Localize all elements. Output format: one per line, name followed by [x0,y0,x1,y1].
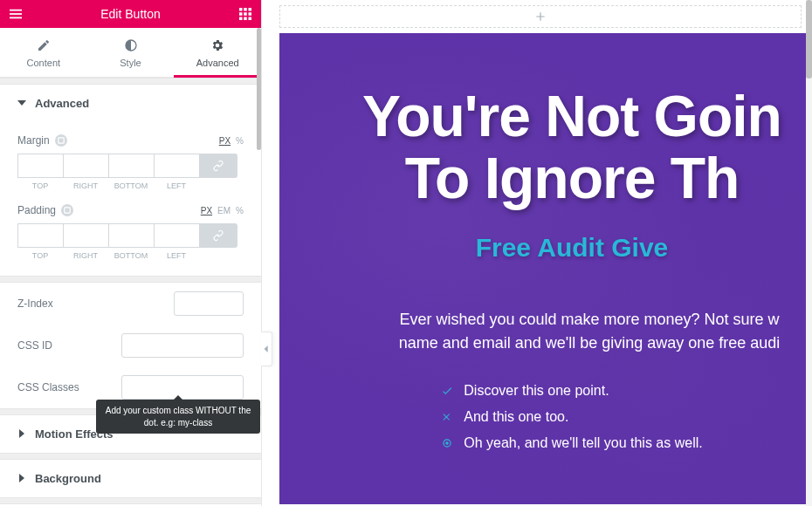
css-classes-label: CSS Classes [17,381,79,393]
link-icon [212,160,224,172]
tab-content[interactable]: Content [0,28,87,77]
scrollbar-thumb[interactable] [257,28,261,150]
padding-bottom-input[interactable] [108,223,154,248]
caret-right-icon [17,472,26,485]
unit-percent[interactable]: % [236,206,244,215]
unit-em[interactable]: EM [217,206,231,215]
tab-label: Content [27,58,61,68]
panel-scrollbar[interactable] [257,28,261,506]
svg-rect-4 [244,8,247,11]
padding-right-input[interactable] [63,223,108,248]
svg-rect-9 [239,17,243,21]
hero-paragraph: Ever wished you could make more money? N… [332,308,812,355]
margin-inputs [17,154,244,178]
svg-rect-12 [58,138,63,143]
padding-left-input[interactable] [154,223,199,248]
section-advanced-body: Margin PX % TOP [0,122,261,276]
css-id-input[interactable] [121,333,244,358]
divider [0,276,261,283]
svg-rect-6 [239,12,243,16]
margin-label: Margin [17,134,50,147]
svg-rect-2 [10,17,22,19]
pencil-icon [37,38,51,52]
responsive-icon[interactable] [55,134,67,147]
hero-subtitle: Free Audit Give [332,233,812,263]
divider [0,497,261,504]
tab-label: Advanced [196,58,239,68]
editor-panel: Edit Button Content Style Advanced Advan… [0,0,262,506]
margin-control: Margin PX % [17,134,244,147]
times-icon [441,411,453,423]
caret-right-icon [17,427,26,441]
svg-rect-5 [249,8,252,11]
section-title: Background [35,472,101,485]
list-item: And this one too. [441,404,702,430]
gear-icon [210,38,224,52]
padding-label: Padding [17,204,56,216]
collapse-panel-handle[interactable] [261,332,272,366]
panel-title: Edit Button [23,7,238,21]
hero-list: Discover this one point. And this one to… [441,378,702,456]
check-icon [441,385,453,397]
section-advanced-toggle[interactable]: Advanced [0,85,261,122]
margin-bottom-input[interactable] [108,154,154,178]
menu-icon[interactable] [9,7,23,21]
hero-section[interactable]: You're Not Goin To Ignore Th Free Audit … [279,33,812,504]
panel-header: Edit Button [0,0,261,28]
divider [0,78,261,85]
margin-top-input[interactable] [17,154,63,178]
margin-right-input[interactable] [63,154,108,178]
add-section-button[interactable] [279,5,802,28]
padding-inputs [17,223,244,248]
unit-px[interactable]: PX [219,136,231,146]
margin-dim-labels: TOP RIGHT BOTTOM LEFT [17,181,244,190]
tab-style[interactable]: Style [87,28,175,77]
apps-icon[interactable] [238,7,252,21]
svg-rect-1 [10,13,22,15]
list-item: Discover this one point. [441,378,702,404]
zindex-label: Z-Index [17,297,53,310]
chevron-left-icon [263,345,270,352]
css-classes-tooltip: Add your custom class WITHOUT the dot. e… [96,400,260,434]
svg-rect-8 [249,12,252,16]
unit-percent[interactable]: % [236,136,244,146]
caret-down-icon [17,97,26,110]
bullseye-icon [441,437,453,449]
scrollbar-thumb[interactable] [806,0,812,79]
section-background-toggle[interactable]: Background [0,460,261,497]
preview-area: You're Not Goin To Ignore Th Free Audit … [262,0,812,506]
hero-title: You're Not Goin To Ignore Th [332,85,812,210]
padding-control: Padding PX EM % [17,204,244,216]
link-values-button[interactable] [199,154,237,178]
link-icon [212,229,224,242]
svg-rect-7 [244,12,247,16]
panel-body: Advanced Margin PX % [0,85,261,506]
svg-rect-11 [249,17,252,21]
zindex-row: Z-Index [0,283,261,325]
section-title: Advanced [35,97,89,110]
svg-rect-3 [239,8,243,11]
divider [0,453,261,460]
unit-px[interactable]: PX [201,206,212,215]
svg-rect-10 [244,17,247,21]
panel-tabs: Content Style Advanced [0,28,261,78]
list-item: Oh yeah, and we'll tell you this as well… [441,430,702,456]
css-classes-input[interactable] [121,375,244,400]
padding-top-input[interactable] [17,223,63,248]
zindex-input[interactable] [174,291,244,316]
svg-rect-0 [10,10,22,11]
svg-rect-13 [65,208,70,213]
css-id-label: CSS ID [17,339,52,352]
responsive-icon[interactable] [61,204,73,216]
padding-dim-labels: TOP RIGHT BOTTOM LEFT [17,251,244,260]
css-id-row: CSS ID [0,325,261,366]
margin-left-input[interactable] [154,154,199,178]
tab-advanced[interactable]: Advanced [174,28,261,77]
link-values-button[interactable] [199,223,237,248]
preview-scrollbar[interactable] [806,0,812,506]
svg-point-15 [446,441,448,443]
plus-icon [534,10,547,23]
contrast-icon [124,38,138,52]
tab-label: Style [120,58,141,68]
